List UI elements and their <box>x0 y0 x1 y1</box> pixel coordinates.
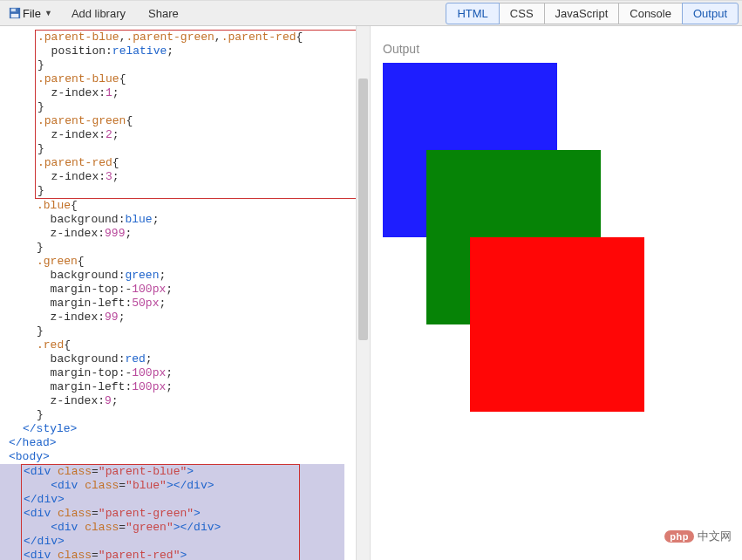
red-square <box>470 237 644 412</box>
code-line: z-index:999; <box>37 227 370 241</box>
code-line: } <box>37 184 359 198</box>
code-line: background:green; <box>37 269 370 283</box>
code-line: } <box>37 241 370 255</box>
code-line: .green{ <box>37 255 370 269</box>
code-line: } <box>37 324 370 338</box>
code-line: margin-top:-100px; <box>37 366 370 380</box>
code-line: .parent-green{ <box>37 114 359 128</box>
code-line: } <box>37 58 359 72</box>
code-line: </div> <box>24 535 299 549</box>
watermark-text: 中文网 <box>698 529 732 544</box>
output-heading: Output <box>371 26 742 63</box>
watermark: php 中文网 <box>664 529 732 544</box>
code-line: <body> <box>9 450 370 464</box>
code-line: .blue{ <box>37 199 370 213</box>
svg-rect-3 <box>16 9 17 12</box>
chevron-down-icon: ▼ <box>44 9 52 17</box>
code-line: } <box>37 408 370 422</box>
output-canvas <box>371 63 742 412</box>
main-split: .parent-blue,.parent-green,.parent-red{ … <box>0 26 742 560</box>
add-library-button[interactable]: Add library <box>63 4 134 23</box>
code-line: z-index:2; <box>37 128 359 142</box>
code-line: } <box>37 142 359 156</box>
disk-icon <box>9 7 21 19</box>
tab-html[interactable]: HTML <box>446 3 499 24</box>
code-line: <div class="parent-green"> <box>24 507 299 521</box>
code-line: <div class="parent-blue"> <box>24 465 299 479</box>
code-line: margin-top:-100px; <box>37 283 370 297</box>
code-line: .parent-red{ <box>37 156 359 170</box>
code-line: margin-left:100px; <box>37 380 370 394</box>
output-pane: Output php 中文网 <box>371 26 742 560</box>
toolbar-left-group: File ▼ Add library Share <box>3 4 187 23</box>
code-line: z-index:9; <box>37 394 370 408</box>
editor-scrollbar[interactable] <box>356 26 370 560</box>
svg-rect-2 <box>11 14 19 17</box>
code-line: background:red; <box>37 352 370 366</box>
code-line: margin-left:50px; <box>37 297 370 311</box>
editor-scrollbar-thumb[interactable] <box>358 79 368 340</box>
code-line: .red{ <box>37 338 370 352</box>
tab-javascript[interactable]: JavaScript <box>544 3 620 24</box>
html-highlight-box: <div class="parent-blue"> <div class="bl… <box>21 464 300 560</box>
file-menu-label: File <box>23 7 41 20</box>
code-line: z-index:1; <box>37 86 359 100</box>
tab-css[interactable]: CSS <box>499 3 545 24</box>
code-line: </div> <box>24 493 299 507</box>
code-line: </style> <box>23 422 370 436</box>
watermark-badge: php <box>664 530 694 543</box>
code-line: <div class="parent-red"> <box>24 549 299 560</box>
toolbar: File ▼ Add library Share HTML CSS JavaSc… <box>0 0 742 26</box>
code-content: .parent-blue,.parent-green,.parent-red{ … <box>0 30 370 560</box>
code-line: z-index:99; <box>37 311 370 324</box>
share-button[interactable]: Share <box>140 4 187 23</box>
css-highlight-box-1: .parent-blue,.parent-green,.parent-red{ … <box>35 30 360 199</box>
code-line: position:relative; <box>37 44 359 58</box>
body-selection-highlight: <div class="parent-blue"> <div class="bl… <box>0 464 344 560</box>
code-line: } <box>37 100 359 114</box>
file-menu-button[interactable]: File ▼ <box>3 4 58 23</box>
code-editor-pane[interactable]: .parent-blue,.parent-green,.parent-red{ … <box>0 26 371 560</box>
code-line: <div class="green"></div> <box>24 521 299 535</box>
tab-output[interactable]: Output <box>682 3 739 24</box>
code-line: .parent-blue{ <box>37 72 359 86</box>
code-line: .parent-blue,.parent-green,.parent-red{ <box>37 31 359 44</box>
tab-console[interactable]: Console <box>618 3 683 24</box>
code-line: background:blue; <box>37 213 370 227</box>
code-line: </head> <box>9 436 370 450</box>
code-line: <div class="blue"></div> <box>24 479 299 493</box>
view-tabs: HTML CSS JavaScript Console Output <box>446 3 739 24</box>
code-line: z-index:3; <box>37 170 359 184</box>
